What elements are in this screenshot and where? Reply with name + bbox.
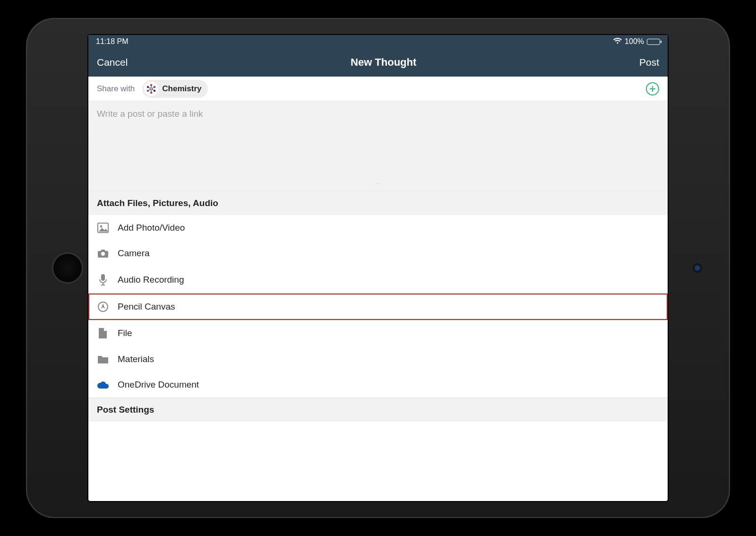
share-with-row: Share with Chemistry — [88, 77, 668, 101]
svg-point-7 — [147, 89, 149, 91]
file-icon — [97, 328, 109, 339]
folder-icon — [97, 354, 109, 364]
svg-point-8 — [154, 86, 155, 87]
pencil-canvas-icon — [97, 301, 109, 312]
status-time: 11:18 PM — [96, 37, 128, 46]
camera-icon — [97, 249, 109, 258]
share-with-label: Share with — [97, 84, 135, 94]
front-camera — [694, 265, 701, 271]
post-button[interactable]: Post — [639, 57, 659, 68]
row-onedrive-document[interactable]: OneDrive Document — [88, 372, 668, 398]
molecule-icon — [144, 82, 158, 96]
svg-point-3 — [150, 84, 152, 86]
row-pencil-canvas[interactable]: Pencil Canvas — [88, 294, 668, 320]
screen: 11:18 PM 100% Cancel New Thought Post Sh… — [87, 34, 669, 502]
nav-bar: Cancel New Thought Post — [88, 48, 668, 77]
svg-point-5 — [147, 86, 149, 87]
row-label: Add Photo/Video — [118, 223, 185, 233]
svg-point-6 — [154, 89, 155, 91]
attach-section-header: Attach Files, Pictures, Audio — [88, 191, 668, 215]
row-add-photo-video[interactable]: Add Photo/Video — [88, 215, 668, 241]
microphone-icon — [97, 274, 109, 286]
chevron-up-icon[interactable]: ︿ — [375, 179, 381, 187]
battery-icon — [647, 39, 660, 45]
share-chip-label: Chemistry — [162, 84, 201, 94]
svg-point-9 — [150, 87, 152, 89]
row-camera[interactable]: Camera — [88, 241, 668, 266]
svg-point-4 — [150, 91, 152, 93]
svg-point-13 — [100, 225, 103, 228]
row-label: Materials — [118, 354, 154, 364]
battery-percent: 100% — [625, 37, 644, 46]
cancel-button[interactable]: Cancel — [97, 57, 128, 68]
svg-point-14 — [101, 252, 105, 256]
page-title: New Thought — [351, 56, 416, 69]
compose-area[interactable]: Write a post or paste a link ︿ — [88, 101, 668, 191]
post-settings-header: Post Settings — [88, 398, 668, 422]
status-bar: 11:18 PM 100% — [88, 35, 668, 48]
attachment-list: Add Photo/Video Camera Audio Recording P… — [88, 215, 668, 398]
add-recipient-button[interactable] — [646, 82, 659, 95]
row-file[interactable]: File — [88, 320, 668, 346]
row-label: File — [118, 328, 132, 338]
svg-rect-15 — [101, 274, 105, 281]
wifi-icon — [613, 37, 622, 46]
onedrive-icon — [97, 380, 109, 389]
photo-icon — [97, 223, 109, 233]
row-label: OneDrive Document — [118, 380, 199, 390]
row-audio-recording[interactable]: Audio Recording — [88, 266, 668, 294]
ipad-frame: 11:18 PM 100% Cancel New Thought Post Sh… — [26, 18, 730, 518]
row-label: Pencil Canvas — [118, 302, 175, 312]
row-materials[interactable]: Materials — [88, 346, 668, 372]
row-label: Camera — [118, 248, 150, 259]
share-chip-chemistry[interactable]: Chemistry — [142, 80, 208, 98]
row-label: Audio Recording — [118, 275, 184, 285]
compose-placeholder: Write a post or paste a link — [97, 109, 659, 119]
home-button[interactable] — [52, 252, 83, 284]
status-right: 100% — [613, 37, 660, 46]
